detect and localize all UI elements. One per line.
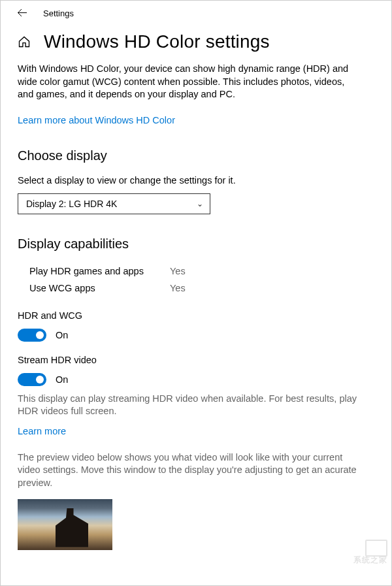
hdr-wcg-toggle[interactable] <box>18 329 46 342</box>
stream-state: On <box>56 374 68 385</box>
stream-label: Stream HDR video <box>18 355 374 365</box>
choose-display-heading: Choose display <box>18 148 374 163</box>
capability-row: Use WCG apps Yes <box>18 280 374 297</box>
display-dropdown-value: Display 2: LG HDR 4K <box>26 199 117 209</box>
capability-value: Yes <box>170 283 186 293</box>
home-icon[interactable] <box>18 35 31 48</box>
learn-more-link[interactable]: Learn more <box>18 426 66 436</box>
content-area: Windows HD Color settings With Windows H… <box>1 22 391 550</box>
stream-note: This display can play streaming HDR vide… <box>18 393 357 418</box>
capability-label: Play HDR games and apps <box>29 266 170 276</box>
hdr-wcg-toggle-row: On <box>18 329 374 342</box>
page-header: Windows HD Color settings <box>18 31 374 52</box>
toggle-knob <box>36 331 44 339</box>
chevron-down-icon: ⌄ <box>197 199 203 208</box>
preview-text: The preview video below shows you what v… <box>18 451 357 490</box>
preview-thumbnail[interactable] <box>18 499 112 550</box>
learn-hd-color-link[interactable]: Learn more about Windows HD Color <box>18 115 175 125</box>
titlebar-label: Settings <box>43 8 74 18</box>
hdr-wcg-state: On <box>56 330 68 340</box>
stream-toggle-row: On <box>18 373 374 386</box>
back-icon[interactable]: 🡠 <box>17 7 27 19</box>
choose-display-text: Select a display to view or change the s… <box>18 175 374 186</box>
display-dropdown[interactable]: Display 2: LG HDR 4K ⌄ <box>18 193 210 214</box>
hdr-wcg-label: HDR and WCG <box>18 310 374 321</box>
intro-text: With Windows HD Color, your device can s… <box>18 63 361 101</box>
capability-label: Use WCG apps <box>29 283 170 293</box>
page-title: Windows HD Color settings <box>44 31 270 52</box>
capabilities-heading: Display capabilities <box>18 236 374 252</box>
capability-value: Yes <box>170 266 186 276</box>
preview-image-content <box>56 508 88 547</box>
preview-video-area <box>18 499 374 550</box>
titlebar: 🡠 Settings <box>1 1 391 22</box>
stream-toggle[interactable] <box>18 373 46 386</box>
toggle-knob <box>36 376 44 383</box>
capability-row: Play HDR games and apps Yes <box>18 263 374 280</box>
